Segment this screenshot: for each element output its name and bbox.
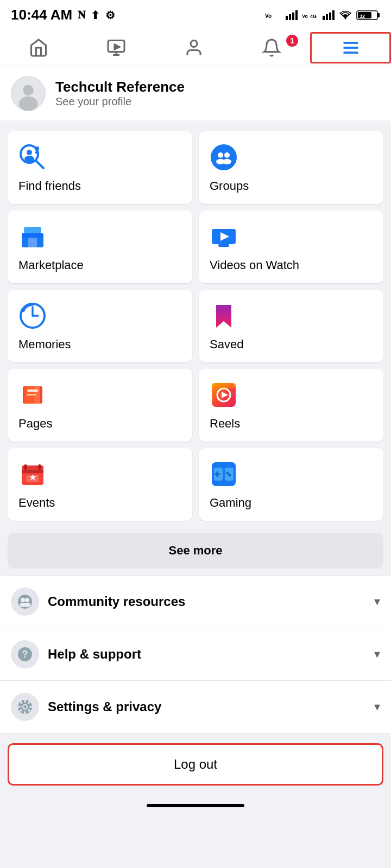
svg-point-82: [23, 705, 27, 709]
nav-profile[interactable]: [155, 34, 233, 62]
svg-point-19: [191, 41, 197, 47]
svg-point-33: [211, 144, 237, 170]
chevron-down-icon-3: ▾: [374, 700, 380, 714]
svg-rect-52: [27, 394, 36, 395]
community-resources-label: Community resources: [48, 594, 374, 609]
svg-rect-85: [18, 706, 21, 708]
marketplace-icon: [18, 222, 47, 251]
home-bar: [147, 804, 244, 807]
svg-point-11: [345, 17, 346, 19]
videos-on-watch-icon: [210, 222, 238, 251]
pages-label: Pages: [18, 417, 181, 431]
volte-icon: Vo: [265, 10, 281, 20]
avatar-icon: [11, 76, 45, 111]
wifi-icon: [339, 10, 352, 20]
nav-notifications[interactable]: 1: [232, 34, 310, 62]
svg-point-72: [229, 474, 231, 477]
settings-privacy-label: Settings & privacy: [48, 699, 374, 714]
reels-icon: [210, 381, 238, 409]
svg-point-35: [224, 152, 230, 158]
grid-item-reels[interactable]: Reels: [199, 369, 383, 442]
watch-icon: [106, 38, 126, 58]
gaming-icon: [210, 460, 238, 488]
svg-rect-40: [28, 238, 37, 247]
svg-rect-4: [295, 10, 298, 20]
svg-point-25: [19, 97, 38, 111]
battery-icon: 32: [356, 10, 380, 21]
svg-rect-10: [332, 10, 335, 20]
grid-section: Find friends Groups: [0, 126, 391, 526]
nav-watch[interactable]: [78, 34, 155, 62]
profile-subtitle: See your profile: [55, 95, 185, 108]
accordion-item-community-resources[interactable]: Community resources ▾: [0, 576, 391, 628]
nav-home[interactable]: [0, 34, 78, 62]
accordion-item-settings-privacy[interactable]: Settings & privacy ▾: [0, 681, 391, 733]
groups-icon: [210, 143, 238, 171]
svg-point-37: [223, 159, 231, 164]
help-support-icon: ?: [11, 640, 39, 668]
signal-icon-2: [323, 10, 335, 20]
home-icon: [29, 38, 48, 58]
pages-icon: [18, 381, 47, 409]
svg-rect-57: [212, 383, 236, 388]
see-more-button[interactable]: See more: [8, 533, 383, 569]
volte-icon-2: Vo 4G: [302, 10, 318, 20]
svg-point-75: [25, 598, 29, 602]
svg-text:4G: 4G: [310, 14, 317, 19]
grid-item-pages[interactable]: Pages: [8, 369, 192, 442]
notification-badge: 1: [286, 35, 298, 47]
help-support-label: Help & support: [48, 647, 374, 662]
profile-header[interactable]: Techcult Reference See your profile: [0, 66, 391, 120]
videos-on-watch-label: Videos on Watch: [210, 258, 373, 272]
accordion-item-help-support[interactable]: ? Help & support ▾: [0, 628, 391, 681]
svg-rect-41: [24, 227, 41, 233]
grid-item-groups[interactable]: Groups: [199, 131, 383, 204]
svg-point-24: [23, 85, 33, 95]
gaming-label: Gaming: [210, 496, 373, 510]
groups-label: Groups: [210, 179, 373, 193]
svg-marker-18: [115, 44, 119, 49]
community-resources-icon: [11, 588, 39, 616]
marketplace-label: Marketplace: [18, 258, 181, 272]
events-icon: ★: [18, 460, 47, 488]
grid-item-events[interactable]: ★ Events: [8, 448, 192, 521]
profile-icon: [184, 38, 204, 58]
status-bar: 10:44 AM 𝐍 ⬆ ⚙ Vo Vo 4G: [0, 0, 391, 28]
svg-rect-44: [218, 244, 229, 247]
reels-label: Reels: [210, 417, 373, 431]
svg-rect-2: [289, 14, 291, 20]
svg-point-73: [18, 595, 32, 609]
home-indicator: [0, 795, 391, 813]
svg-line-27: [36, 161, 43, 168]
events-label: Events: [18, 496, 181, 510]
svg-rect-84: [24, 711, 26, 714]
svg-text:32: 32: [360, 14, 365, 19]
accordion-section: Community resources ▾ ? Help & support ▾: [0, 575, 391, 733]
logout-button[interactable]: Log out: [8, 743, 383, 786]
saved-icon: [210, 302, 238, 330]
profile-info: Techcult Reference See your profile: [55, 79, 185, 108]
profile-name: Techcult Reference: [55, 79, 185, 95]
grid-item-find-friends[interactable]: Find friends: [8, 131, 192, 204]
grid-item-gaming[interactable]: Gaming: [199, 448, 383, 521]
status-right-icons: Vo Vo 4G 32: [265, 10, 380, 21]
menu-icon: [341, 38, 361, 58]
grid-item-memories[interactable]: Memories: [8, 290, 192, 362]
svg-rect-9: [329, 12, 331, 20]
svg-rect-61: [24, 464, 27, 470]
chevron-down-icon-2: ▾: [374, 647, 380, 661]
grid-item-marketplace[interactable]: Marketplace: [8, 210, 192, 283]
svg-rect-86: [29, 706, 32, 708]
grid-item-saved[interactable]: Saved: [199, 290, 383, 362]
netflix-icon: 𝐍: [78, 9, 85, 21]
status-time: 10:44 AM: [11, 7, 72, 23]
svg-rect-51: [27, 390, 38, 392]
svg-text:★: ★: [29, 473, 36, 482]
grid: Find friends Groups: [8, 131, 383, 521]
grid-item-videos-on-watch[interactable]: Videos on Watch: [199, 210, 383, 283]
svg-point-34: [218, 152, 223, 158]
nav-menu[interactable]: [310, 32, 391, 63]
svg-rect-8: [326, 14, 328, 20]
svg-rect-7: [323, 16, 325, 20]
chevron-down-icon: ▾: [374, 595, 380, 609]
